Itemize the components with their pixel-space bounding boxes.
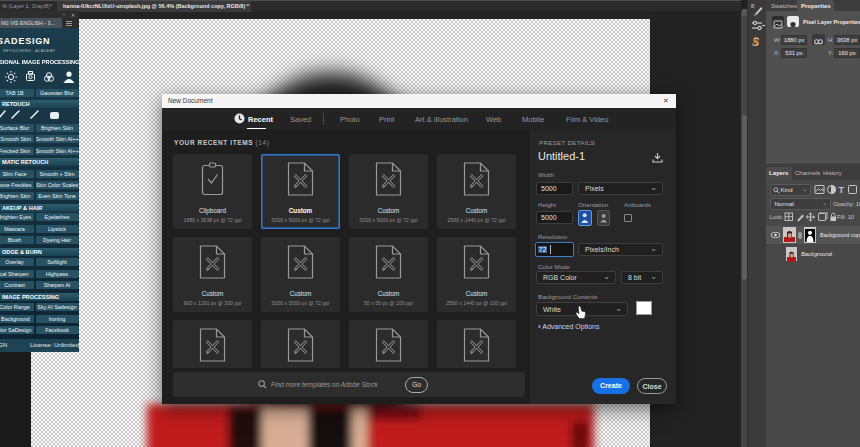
svg-text:B: B xyxy=(751,3,755,9)
svg-text:T: T xyxy=(839,185,845,195)
